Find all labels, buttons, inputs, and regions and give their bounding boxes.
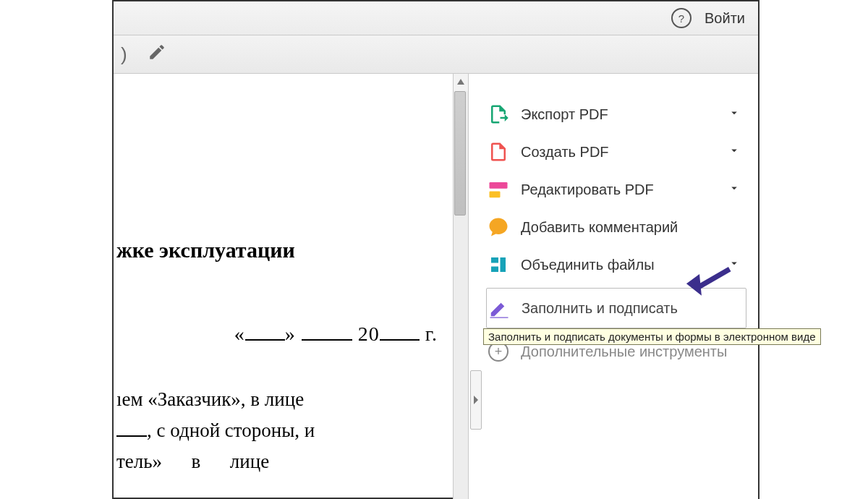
tool-label: Дополнительные инструменты [521, 344, 727, 360]
login-link[interactable]: Войти [705, 10, 745, 27]
tool-label: Заполнить и подписать [522, 300, 678, 317]
doc-line-3c: лице [230, 451, 269, 472]
chevron-down-icon [728, 144, 741, 161]
combine-files-icon [488, 254, 509, 276]
date-quote-close: » [285, 323, 296, 345]
create-pdf-icon [488, 141, 509, 163]
tool-create-pdf[interactable]: Создать PDF [486, 133, 746, 171]
doc-paragraph: ıем «Заказчик», в лице , с одной стороны… [114, 384, 454, 478]
doc-line-3a: тель» [116, 451, 162, 472]
document-content: жке эксплуатации «» 20 г. ıем «Заказчик»… [114, 74, 454, 477]
tool-label: Создать PDF [521, 144, 609, 161]
tool-partial-icon: ) [121, 43, 127, 66]
date-quote-open: « [234, 323, 245, 345]
tool-label: Редактировать PDF [521, 182, 654, 198]
titlebar: ? Войти [114, 1, 758, 35]
app-frame: ? Войти ) жке эксплуатации «» 20 г. ıем [112, 0, 760, 499]
toolbar: ) [114, 35, 758, 74]
svg-rect-0 [490, 182, 508, 189]
doc-date-line: «» 20 г. [114, 318, 454, 351]
doc-blank-inline [116, 435, 147, 437]
tool-label: Добавить комментарий [521, 219, 678, 236]
date-year-suffix: г. [420, 323, 438, 345]
chevron-down-icon [728, 106, 741, 123]
date-year-blank [380, 339, 420, 341]
svg-line-2 [699, 263, 730, 294]
doc-line-1: ıем «Заказчик», в лице [116, 388, 304, 410]
chevron-down-icon [728, 182, 741, 198]
tooltip-fill-sign: Заполнить и подписать документы и формы … [483, 328, 821, 345]
doc-heading: жке эксплуатации [114, 233, 454, 268]
tools-pane: Экспорт PDF Создать PDF Редактировать PD… [469, 74, 758, 499]
tool-label: Объединить файлы [521, 257, 655, 273]
tool-add-comment[interactable]: Добавить комментарий [486, 208, 746, 246]
edit-pdf-icon [488, 179, 509, 200]
comment-icon [488, 216, 509, 238]
doc-line-2: , с одной стороны, и [147, 419, 315, 441]
export-pdf-icon [488, 103, 509, 125]
tool-edit-pdf[interactable]: Редактировать PDF [486, 171, 746, 208]
document-viewport[interactable]: жке эксплуатации «» 20 г. ıем «Заказчик»… [114, 74, 469, 499]
collapse-handle[interactable] [470, 370, 482, 430]
fill-sign-icon [488, 297, 510, 319]
doc-line-3b: в [192, 451, 201, 472]
scrollbar-thumb[interactable] [454, 91, 466, 216]
tool-export-pdf[interactable]: Экспорт PDF [486, 95, 746, 133]
scroll-up-button[interactable] [453, 74, 468, 91]
pen-icon[interactable] [148, 43, 166, 66]
svg-rect-1 [490, 192, 501, 198]
tool-label: Экспорт PDF [521, 106, 608, 123]
date-day-blank [245, 339, 285, 341]
date-year-prefix: 20 [358, 323, 380, 345]
help-icon[interactable]: ? [671, 8, 692, 28]
date-month-blank [302, 339, 352, 341]
